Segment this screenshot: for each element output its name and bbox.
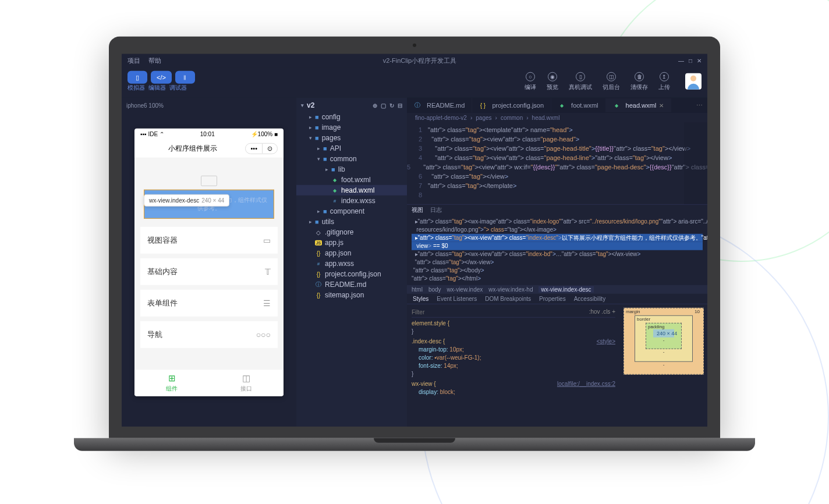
dots-icon: ○○○ [256,330,271,339]
new-file-icon[interactable]: ⊕ [373,102,377,108]
bg-icon: ◫ [607,72,616,81]
file-foot-wxml[interactable]: ◆foot.wxml [296,175,407,185]
close-icon: ✕ [697,58,702,64]
laptop-base [74,438,755,451]
folder-lib[interactable]: ▸■lib [296,164,407,175]
folder-utils[interactable]: ▸■utils [296,216,407,227]
tabs-overflow-icon[interactable]: ⋯ [692,101,707,109]
editor-tabs: ⓘREADME.md { }project.config.json ◆foot.… [407,98,707,113]
box-content-size: 240 × 44 [653,329,674,338]
wxml-icon: ◆ [613,102,620,108]
clear-cache-button[interactable]: 🗑清缓存 [630,72,648,91]
ide-window: 项目 帮助 v2-FinClip小程序开发工具 —□✕ ▯ </> ⫴ 模拟器 … [122,54,707,427]
minimize-icon: — [678,58,684,64]
list-item-form[interactable]: 表单组件☰ [140,290,278,317]
debugger-button[interactable]: ⫴ [175,71,195,84]
list-item-view-container[interactable]: 视图容器▭ [140,227,278,254]
styles-tab-a11y[interactable]: Accessibility [574,296,605,302]
compile-icon: ○ [526,72,535,81]
simulator-panel: iphone6 100% ▪▪▪ IDE ⌃ 10:01 ⚡100% ■ 小程序… [122,98,296,427]
editor-button[interactable]: </> [151,71,172,84]
tab-readme[interactable]: ⓘREADME.md [407,98,472,113]
phone-simulator: ▪▪▪ IDE ⌃ 10:01 ⚡100% ■ 小程序组件展示 ••• ⊙ wx… [134,129,284,396]
folder-pages[interactable]: ▾■pages [296,133,407,143]
folder-api[interactable]: ▸■API [296,143,407,154]
styles-hov-cls[interactable]: :hov .cls + [589,308,615,316]
folder-image[interactable]: ▸■image [296,122,407,133]
tab-project-config[interactable]: { }project.config.json [472,98,551,112]
folder-common[interactable]: ▾■common [296,154,407,164]
tab-api[interactable]: ◫接口 [209,370,284,396]
elements-tree[interactable]: ▸"attr"> class="tag"><wx-image"attr"> cl… [407,215,707,285]
eye-icon: ◉ [548,72,557,81]
simulator-button[interactable]: ▯ [127,71,147,84]
styles-tab-properties[interactable]: Properties [539,296,566,302]
folder-config[interactable]: ▸■config [296,112,407,122]
elements-breadcrumb[interactable]: htmlbodywx-view.indexwx-view.index-hdwx-… [407,285,707,294]
tab-foot-wxml[interactable]: ◆foot.wxml [551,98,605,112]
styles-filter-input[interactable] [412,308,589,316]
styles-tab-breakpoints[interactable]: DOM Breakpoints [485,296,531,302]
capsule-button[interactable]: ••• ⊙ [245,143,278,154]
styles-tab-listeners[interactable]: Event Listeners [437,296,477,302]
user-avatar[interactable] [685,73,702,90]
box-model: margin10 border padding 240 × 44 - - - [620,304,707,427]
file-appwxss[interactable]: #app.wxss [296,258,407,269]
compile-button[interactable]: ○编译 [525,72,536,91]
new-folder-icon[interactable]: ▢ [381,102,386,108]
tab-close-icon[interactable]: ✕ [659,102,664,108]
file-index-wxss[interactable]: #index.wxss [296,196,407,206]
more-icon[interactable]: ••• [246,144,263,154]
editor-area: ⓘREADME.md { }project.config.json ◆foot.… [407,98,707,427]
devtools-tab-elements[interactable]: 视图 [412,206,423,214]
list-item-basic-content[interactable]: 基础内容𝕋 [140,258,278,285]
file-appjs[interactable]: JSapp.js [296,237,407,248]
remote-debug-button[interactable]: ▯真机调试 [569,72,592,91]
explorer-header[interactable]: ▾v2 ⊕ ▢ ↻ ⊟ [296,100,407,111]
upload-button[interactable]: ↥上传 [658,72,670,91]
logo-placeholder [201,176,217,186]
phone-icon: ▯ [136,73,139,81]
styles-panel[interactable]: :hov .cls + element.style {}.index-desc … [407,304,620,427]
folder-icon: ■ [315,134,319,141]
file-project-config[interactable]: {}project.config.json [296,269,407,279]
simulator-device-info[interactable]: iphone6 100% [125,100,293,111]
devtools-panel: 视图 日志 ▸"attr"> class="tag"><wx-image"att… [407,204,707,427]
file-head-wxml[interactable]: ◆head.wxml [296,185,407,196]
debug-label: 调试器 [169,84,187,92]
json-icon: { } [479,102,486,108]
close-capsule-icon[interactable]: ⊙ [263,144,277,154]
file-appjson[interactable]: {}app.json [296,248,407,258]
styles-tab-styles[interactable]: Styles [413,296,428,302]
file-sitemap[interactable]: {}sitemap.json [296,290,407,300]
code-editor[interactable]: 1"attr"> class="tag"><template"attr"> na… [407,123,707,204]
signal-icon: ▪▪▪ IDE ⌃ [140,131,164,137]
refresh-icon[interactable]: ↻ [389,102,394,108]
json-icon: {} [315,292,322,298]
tab-head-wxml[interactable]: ◆head.wxml✕ [606,98,672,112]
file-gitignore[interactable]: ◇.gitignore [296,227,407,237]
menu-project[interactable]: 项目 [127,56,140,65]
menubar: 项目 帮助 v2-FinClip小程序开发工具 —□✕ [122,54,707,68]
window-controls[interactable]: —□✕ [678,58,702,64]
editor-label: 编辑器 [148,84,166,92]
status-time: 10:01 [164,131,251,137]
tab-components[interactable]: ⊞组件 [134,370,209,396]
background-button[interactable]: ◫切后台 [603,72,620,91]
minimap[interactable] [684,123,707,204]
menu-icon: ☰ [263,299,271,308]
file-readme[interactable]: ⓘREADME.md [296,279,407,290]
menu-help[interactable]: 帮助 [148,56,161,65]
card-icon: ▭ [263,236,271,245]
collapse-icon[interactable]: ⊟ [398,102,402,108]
upload-icon: ↥ [660,72,669,81]
folder-icon: ■ [323,155,327,162]
breadcrumb[interactable]: fino-applet-demo-v2›pages›common›head.wx… [407,113,707,123]
preview-button[interactable]: ◉预览 [547,72,558,91]
folder-component[interactable]: ▸■component [296,206,407,216]
devtools-tab-console[interactable]: 日志 [430,206,442,214]
wxml-icon: ◆ [331,177,338,182]
grid-icon: ⊞ [134,373,209,384]
list-item-nav[interactable]: 导航○○○ [140,321,278,348]
folder-icon: ■ [315,218,319,225]
